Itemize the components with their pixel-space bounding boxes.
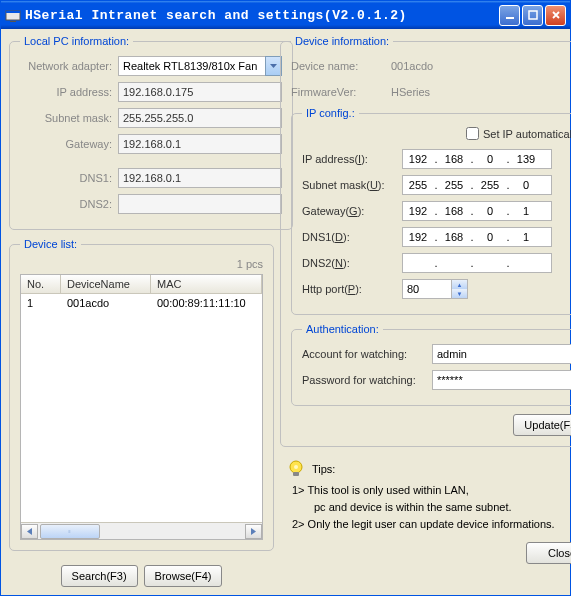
password-label: Password for watching:	[302, 374, 432, 386]
spin-up-icon[interactable]: ▲	[452, 280, 467, 289]
local-subnet-field	[118, 108, 282, 128]
tips-panel: Tips: 1> This tool is only used within L…	[280, 455, 571, 534]
device-count: 1 pcs	[237, 258, 263, 270]
device-grid[interactable]: No. DeviceName MAC 1 001acdo 00:00:89:11…	[20, 274, 263, 540]
tip-line-1: 1> This tool is only used within LAN,	[286, 484, 571, 496]
maximize-button[interactable]	[522, 5, 543, 26]
browse-button[interactable]: Browse(F4)	[144, 565, 223, 587]
ip-config-group: IP config.: Set IP automatically IP addr…	[291, 107, 571, 315]
ip-config-legend: IP config.:	[302, 107, 359, 119]
account-input[interactable]	[432, 344, 571, 364]
search-button[interactable]: Search(F3)	[61, 565, 138, 587]
dns1-label: DNS1:	[20, 172, 118, 184]
titlebar[interactable]: HSerial Intranet search and settings(V2.…	[1, 1, 570, 29]
spin-down-icon[interactable]: ▼	[452, 289, 467, 298]
local-ip-field	[118, 82, 282, 102]
table-row[interactable]: 1 001acdo 00:00:89:11:11:10	[21, 294, 262, 312]
close-dialog-button[interactable]: Close	[526, 542, 571, 564]
tip-line-2: 2> Only the legit user can update device…	[286, 518, 571, 530]
device-list-group: Device list: 1 pcs No. DeviceName MAC 1 …	[9, 238, 274, 551]
password-input[interactable]	[432, 370, 571, 390]
tips-title: Tips:	[312, 463, 335, 475]
dns1-input[interactable]: ...	[402, 227, 552, 247]
dns2-label2: DNS2(N):	[302, 257, 402, 269]
svg-rect-4	[529, 11, 537, 19]
col-no[interactable]: No.	[21, 275, 61, 293]
dns2-label: DNS2:	[20, 198, 118, 210]
firmware-value: HSeries	[391, 86, 430, 98]
local-pc-legend: Local PC information:	[20, 35, 133, 47]
gateway-label: Gateway:	[20, 138, 118, 150]
minimize-button[interactable]	[499, 5, 520, 26]
window-title: HSerial Intranet search and settings(V2.…	[25, 8, 499, 23]
lightbulb-icon	[286, 459, 306, 479]
device-name-value: 001acdo	[391, 60, 433, 72]
local-dns1-field	[118, 168, 282, 188]
http-port-spinner[interactable]: ▲▼	[402, 279, 468, 299]
svg-rect-2	[10, 21, 16, 22]
svg-rect-1	[6, 11, 20, 13]
subnet-mask-label: Subnet mask(U):	[302, 179, 402, 191]
update-button[interactable]: Update(F5)	[513, 414, 571, 436]
col-mac[interactable]: MAC	[151, 275, 262, 293]
adapter-value[interactable]	[118, 56, 265, 76]
local-dns2-field	[118, 194, 282, 214]
dns1-label2: DNS1(D):	[302, 231, 402, 243]
adapter-label: Network adapter:	[20, 60, 118, 72]
ip-address-input[interactable]: ...	[402, 149, 552, 169]
local-pc-group: Local PC information: Network adapter: I…	[9, 35, 293, 230]
auto-ip-checkbox[interactable]: Set IP automatically	[466, 127, 571, 140]
auth-group: Authentication: Account for watching: Pa…	[291, 323, 571, 406]
dns2-input[interactable]: ...	[402, 253, 552, 273]
gateway-input[interactable]: ...	[402, 201, 552, 221]
app-icon	[5, 7, 21, 23]
svg-rect-3	[506, 17, 514, 19]
close-button[interactable]	[545, 5, 566, 26]
http-port-label: Http port(P):	[302, 283, 402, 295]
scroll-right-icon[interactable]	[245, 524, 262, 539]
local-gateway-field	[118, 134, 282, 154]
app-window: HSerial Intranet search and settings(V2.…	[0, 0, 571, 596]
scroll-left-icon[interactable]	[21, 524, 38, 539]
adapter-combo[interactable]	[118, 56, 282, 76]
ip-label: IP address:	[20, 86, 118, 98]
auth-legend: Authentication:	[302, 323, 383, 335]
col-name[interactable]: DeviceName	[61, 275, 151, 293]
firmware-label: FirmwareVer:	[291, 86, 391, 98]
device-name-label: Device name:	[291, 60, 391, 72]
scroll-thumb[interactable]: ≡	[40, 524, 100, 539]
subnet-label: Subnet mask:	[20, 112, 118, 124]
account-label: Account for watching:	[302, 348, 432, 360]
device-info-group: Device information: Device name:001acdo …	[280, 35, 571, 447]
svg-rect-6	[293, 472, 299, 476]
device-info-legend: Device information:	[291, 35, 393, 47]
ip-address-label: IP address(I):	[302, 153, 402, 165]
device-list-legend: Device list:	[20, 238, 81, 250]
horizontal-scrollbar[interactable]: ≡	[21, 522, 262, 539]
svg-point-7	[294, 465, 298, 469]
subnet-mask-input[interactable]: ...	[402, 175, 552, 195]
gateway-label2: Gateway(G):	[302, 205, 402, 217]
tip-line-1b: pc and device is within the same subnet.	[286, 501, 571, 513]
